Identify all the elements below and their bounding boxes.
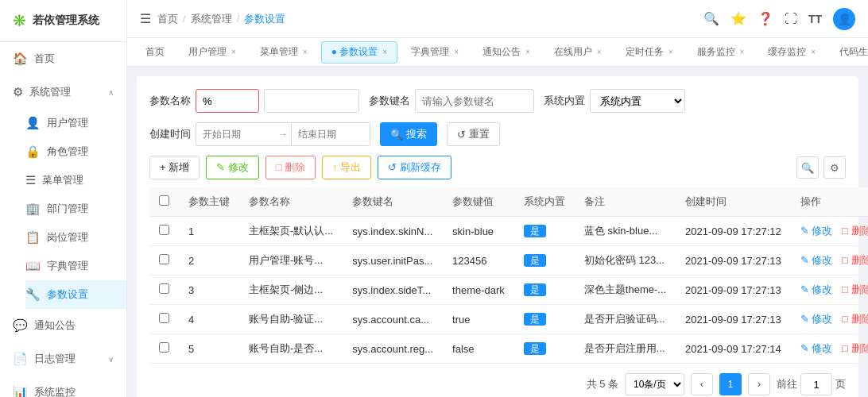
help-icon[interactable]: ❓: [758, 11, 773, 26]
tab-params-close[interactable]: ×: [382, 48, 387, 56]
total-info: 共 5 条: [587, 377, 618, 391]
tab-service[interactable]: 服务监控×: [687, 41, 755, 64]
row-edit-link[interactable]: ✎ 修改: [800, 313, 833, 325]
param-name-input[interactable]: [196, 89, 259, 113]
tab-params[interactable]: ● 参数设置×: [321, 41, 397, 64]
tab-online[interactable]: 在线用户×: [544, 41, 612, 64]
sidebar-item-notice-label: 通知公告: [34, 318, 76, 333]
edit-button[interactable]: ✎ 修改: [206, 156, 259, 179]
row-checkbox[interactable]: [159, 283, 169, 294]
github-icon[interactable]: ⭐: [730, 11, 746, 26]
system-inner-select[interactable]: 系统内置 是 否: [590, 89, 685, 113]
breadcrumb-home[interactable]: 首页: [157, 12, 178, 26]
tab-dict[interactable]: 字典管理×: [401, 41, 469, 64]
tab-cache[interactable]: 缓存监控×: [758, 41, 826, 64]
search-button[interactable]: 🔍 搜索: [380, 122, 437, 146]
menu-toggle-icon[interactable]: ☰: [140, 11, 151, 26]
date-end-input[interactable]: [291, 122, 370, 146]
tab-codegen[interactable]: 代码生成×: [829, 41, 868, 64]
sidebar-item-menu[interactable]: ☰ 菜单管理: [25, 166, 126, 195]
row-checkbox[interactable]: [159, 254, 169, 264]
log-icon: 📄: [13, 352, 28, 366]
sidebar-item-system[interactable]: ⚙ 系统管理 ∧: [0, 75, 126, 109]
menu-icon: ☰: [25, 173, 36, 187]
tab-user-close[interactable]: ×: [231, 48, 236, 56]
sidebar-item-home[interactable]: 🏠 首页: [0, 42, 126, 75]
next-page-button[interactable]: ›: [748, 373, 770, 395]
row-checkbox[interactable]: [159, 342, 169, 353]
avatar[interactable]: 👤: [833, 8, 855, 30]
tab-home-label: 首页: [145, 45, 165, 59]
date-start-input[interactable]: [196, 122, 275, 146]
page-size-select[interactable]: 10条/页 20条/页 50条/页: [625, 373, 684, 395]
row-delete-link[interactable]: □ 删除: [842, 225, 868, 237]
sidebar-item-dept[interactable]: 🏢 部门管理: [25, 195, 126, 223]
row-id: 4: [179, 305, 239, 334]
font-icon[interactable]: TT: [808, 13, 822, 25]
row-edit-link[interactable]: ✎ 修改: [800, 225, 833, 237]
tab-notice-close[interactable]: ×: [525, 48, 530, 56]
add-button[interactable]: + 新增: [149, 156, 200, 179]
tab-menu-close[interactable]: ×: [303, 48, 308, 56]
tab-online-close[interactable]: ×: [597, 48, 602, 56]
tab-user[interactable]: 用户管理×: [178, 41, 246, 64]
row-edit-link[interactable]: ✎ 修改: [800, 283, 833, 295]
fullscreen-icon[interactable]: ⛶: [785, 12, 797, 26]
tab-dict-close[interactable]: ×: [454, 48, 459, 56]
toolbar: + 新增 ✎ 修改 □ 删除 ↑ 导出 ↺ 刷新缓存 🔍 ⚙: [149, 156, 846, 179]
sidebar-item-log[interactable]: 📄 日志管理 ∨: [0, 342, 126, 376]
row-id: 2: [179, 246, 239, 276]
sidebar-menu: 🏠 首页 ⚙ 系统管理 ∧ 👤 用户管理 🔒 角色管理 ☰ 菜单管理 🏢 部门: [0, 42, 126, 397]
logo: ❋ 若依管理系统: [0, 0, 126, 42]
table-settings-icon[interactable]: ⚙: [823, 156, 846, 179]
delete-button[interactable]: □ 删除: [265, 156, 316, 179]
row-key: sys.user.initPas...: [343, 246, 443, 276]
sidebar-item-dict-label: 字典管理: [47, 259, 88, 273]
tab-home[interactable]: 首页: [135, 41, 175, 64]
post-icon: 📋: [25, 230, 41, 245]
table-search-icon[interactable]: 🔍: [796, 156, 819, 179]
breadcrumb-system[interactable]: 系统管理: [191, 12, 232, 26]
tab-notice[interactable]: 通知公告×: [472, 41, 541, 64]
row-value: true: [443, 305, 514, 334]
row-delete-link[interactable]: □ 删除: [842, 313, 868, 325]
tab-service-close[interactable]: ×: [740, 48, 745, 56]
page-jump-input[interactable]: [800, 373, 832, 395]
row-delete-link[interactable]: □ 删除: [842, 342, 868, 354]
reset-button[interactable]: ↺ 重置: [447, 122, 500, 146]
row-sysinner: 是: [514, 334, 575, 364]
row-created: 2021-09-09 17:27:12: [676, 217, 791, 246]
row-sysinner: 是: [514, 217, 575, 246]
tab-task-close[interactable]: ×: [668, 48, 673, 56]
search-icon[interactable]: 🔍: [703, 11, 719, 26]
row-created: 2021-09-09 17:27:13: [676, 305, 791, 334]
export-button[interactable]: ↑ 导出: [322, 156, 371, 179]
sidebar-item-dict[interactable]: 📖 字典管理: [25, 252, 126, 280]
tab-menu[interactable]: 菜单管理×: [250, 41, 318, 64]
row-edit-link[interactable]: ✎ 修改: [800, 342, 833, 354]
page-1-button[interactable]: 1: [719, 373, 742, 395]
row-remark: 初始化密码 123...: [575, 246, 676, 276]
sidebar-item-role[interactable]: 🔒 角色管理: [25, 137, 126, 166]
pagination: 共 5 条 10条/页 20条/页 50条/页 ‹ 1 › 前往 页: [149, 373, 846, 395]
sidebar-item-notice[interactable]: 💬 通知公告: [0, 309, 126, 342]
row-edit-link[interactable]: ✎ 修改: [800, 254, 833, 266]
select-all-checkbox[interactable]: [159, 195, 169, 206]
row-value: 123456: [443, 246, 514, 276]
prev-page-button[interactable]: ‹: [691, 373, 713, 395]
sidebar-item-user[interactable]: 👤 用户管理: [25, 109, 126, 137]
row-delete-link[interactable]: □ 删除: [842, 283, 868, 295]
param-key-input[interactable]: [415, 89, 534, 113]
tab-task[interactable]: 定时任务×: [615, 41, 684, 64]
tab-cache-close[interactable]: ×: [811, 48, 816, 56]
sidebar-item-post[interactable]: 📋 岗位管理: [25, 223, 126, 252]
sidebar-item-params[interactable]: 🔧 参数设置: [25, 280, 126, 309]
row-checkbox[interactable]: [159, 225, 169, 235]
row-checkbox[interactable]: [159, 313, 169, 323]
toolbar-right: 🔍 ⚙: [796, 156, 846, 179]
refresh-cache-button[interactable]: ↺ 刷新缓存: [378, 156, 451, 179]
breadcrumb-params[interactable]: 参数设置: [244, 12, 285, 26]
param-name-extra-input[interactable]: [264, 89, 359, 113]
row-delete-link[interactable]: □ 删除: [842, 254, 868, 266]
sidebar-item-monitor[interactable]: 📊 系统监控: [0, 376, 126, 397]
